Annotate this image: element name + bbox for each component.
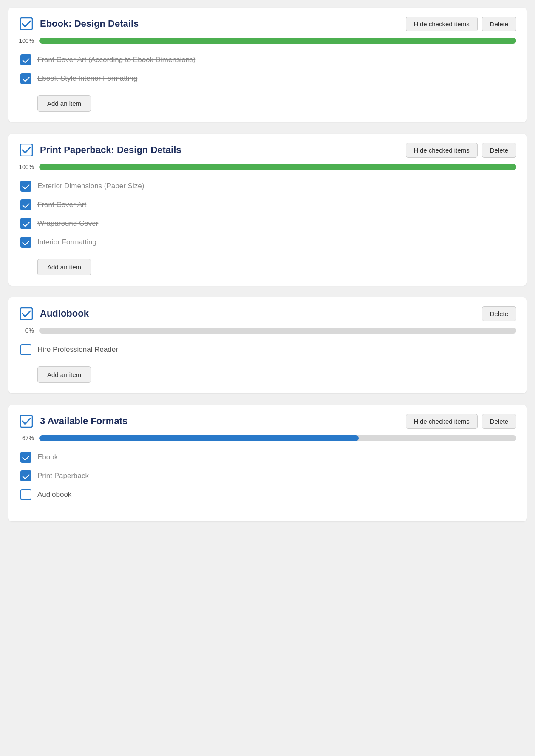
item-label: Print Paperback bbox=[37, 472, 89, 480]
section-check-icon bbox=[19, 142, 34, 158]
item-label: Hire Professional Reader bbox=[37, 345, 118, 354]
section-header-audiobook: AudiobookDelete bbox=[19, 306, 516, 321]
checklist-item: Interior Formatting bbox=[19, 233, 516, 251]
item-label: Ebook bbox=[37, 453, 58, 462]
section-check-icon bbox=[19, 16, 34, 31]
item-label: Audiobook bbox=[37, 490, 71, 499]
checklist-item: Front Cover Art (According to Ebook Dime… bbox=[19, 51, 516, 69]
item-checkbox[interactable] bbox=[20, 237, 31, 248]
section-header-ebook-design: Ebook: Design DetailsHide checked itemsD… bbox=[19, 16, 516, 31]
checklist-items: Front Cover Art (According to Ebook Dime… bbox=[19, 51, 516, 88]
delete-section-button[interactable]: Delete bbox=[482, 143, 516, 158]
progress-bar-background bbox=[39, 164, 516, 170]
checklist-item: Audiobook bbox=[19, 486, 516, 504]
section-check-icon bbox=[19, 306, 34, 321]
item-checkbox[interactable] bbox=[20, 344, 31, 355]
header-button-group: Hide checked itemsDelete bbox=[406, 143, 516, 158]
item-label: Wraparound Cover bbox=[37, 219, 98, 228]
checklist-item: Hire Professional Reader bbox=[19, 341, 516, 359]
item-label: Ebook-Style Interior Formatting bbox=[37, 74, 137, 83]
progress-row: 100% bbox=[19, 37, 516, 44]
section-title-print-paperback-design: Print Paperback: Design Details bbox=[40, 144, 406, 156]
item-checkbox[interactable] bbox=[20, 73, 31, 84]
progress-bar-fill bbox=[39, 38, 516, 44]
section-check-icon bbox=[19, 413, 34, 429]
hide-checked-items-button[interactable]: Hide checked items bbox=[406, 17, 478, 31]
section-audiobook: AudiobookDelete0%Hire Professional Reade… bbox=[8, 297, 527, 393]
header-button-group: Hide checked itemsDelete bbox=[406, 414, 516, 429]
item-checkbox[interactable] bbox=[20, 489, 31, 500]
progress-row: 67% bbox=[19, 435, 516, 442]
section-print-paperback-design: Print Paperback: Design DetailsHide chec… bbox=[8, 134, 527, 286]
item-label: Interior Formatting bbox=[37, 238, 96, 246]
item-checkbox[interactable] bbox=[20, 452, 31, 463]
progress-label: 67% bbox=[19, 435, 34, 442]
section-ebook-design: Ebook: Design DetailsHide checked itemsD… bbox=[8, 8, 527, 122]
checklist-item: Exterior Dimensions (Paper Size) bbox=[19, 177, 516, 195]
checklist-items: EbookPrint PaperbackAudiobook bbox=[19, 448, 516, 504]
checklist-item: Ebook bbox=[19, 448, 516, 466]
progress-bar-background bbox=[39, 328, 516, 334]
item-checkbox[interactable] bbox=[20, 54, 31, 65]
progress-bar-fill bbox=[39, 164, 516, 170]
checklist-item: Ebook-Style Interior Formatting bbox=[19, 70, 516, 88]
section-title-3-available-formats: 3 Available Formats bbox=[40, 416, 406, 427]
item-checkbox[interactable] bbox=[20, 470, 31, 481]
item-label: Front Cover Art (According to Ebook Dime… bbox=[37, 56, 195, 64]
delete-section-button[interactable]: Delete bbox=[482, 306, 516, 321]
item-checkbox[interactable] bbox=[20, 199, 31, 210]
checklist-items: Hire Professional Reader bbox=[19, 341, 516, 359]
page-wrapper: Ebook: Design DetailsHide checked itemsD… bbox=[0, 0, 535, 541]
hide-checked-items-button[interactable]: Hide checked items bbox=[406, 143, 478, 158]
add-item-button[interactable]: Add an item bbox=[37, 95, 91, 112]
add-item-button[interactable]: Add an item bbox=[37, 259, 91, 275]
progress-bar-background bbox=[39, 435, 516, 441]
progress-row: 0% bbox=[19, 327, 516, 334]
section-title-audiobook: Audiobook bbox=[40, 308, 482, 319]
item-checkbox[interactable] bbox=[20, 181, 31, 192]
checklist-item: Wraparound Cover bbox=[19, 215, 516, 232]
checklist-item: Front Cover Art bbox=[19, 196, 516, 214]
delete-section-button[interactable]: Delete bbox=[482, 17, 516, 31]
progress-bar-background bbox=[39, 38, 516, 44]
progress-row: 100% bbox=[19, 164, 516, 170]
header-button-group: Delete bbox=[482, 306, 516, 321]
item-label: Exterior Dimensions (Paper Size) bbox=[37, 182, 144, 190]
checklist-items: Exterior Dimensions (Paper Size)Front Co… bbox=[19, 177, 516, 251]
add-item-button[interactable]: Add an item bbox=[37, 366, 91, 383]
progress-label: 100% bbox=[19, 37, 34, 44]
progress-label: 0% bbox=[19, 327, 34, 334]
item-label: Front Cover Art bbox=[37, 201, 86, 209]
item-checkbox[interactable] bbox=[20, 218, 31, 229]
section-header-3-available-formats: 3 Available FormatsHide checked itemsDel… bbox=[19, 413, 516, 429]
hide-checked-items-button[interactable]: Hide checked items bbox=[406, 414, 478, 429]
progress-bar-fill bbox=[39, 435, 359, 441]
header-button-group: Hide checked itemsDelete bbox=[406, 17, 516, 31]
section-title-ebook-design: Ebook: Design Details bbox=[40, 18, 406, 29]
progress-label: 100% bbox=[19, 164, 34, 170]
section-3-available-formats: 3 Available FormatsHide checked itemsDel… bbox=[8, 405, 527, 521]
section-header-print-paperback-design: Print Paperback: Design DetailsHide chec… bbox=[19, 142, 516, 158]
delete-section-button[interactable]: Delete bbox=[482, 414, 516, 429]
checklist-item: Print Paperback bbox=[19, 467, 516, 485]
